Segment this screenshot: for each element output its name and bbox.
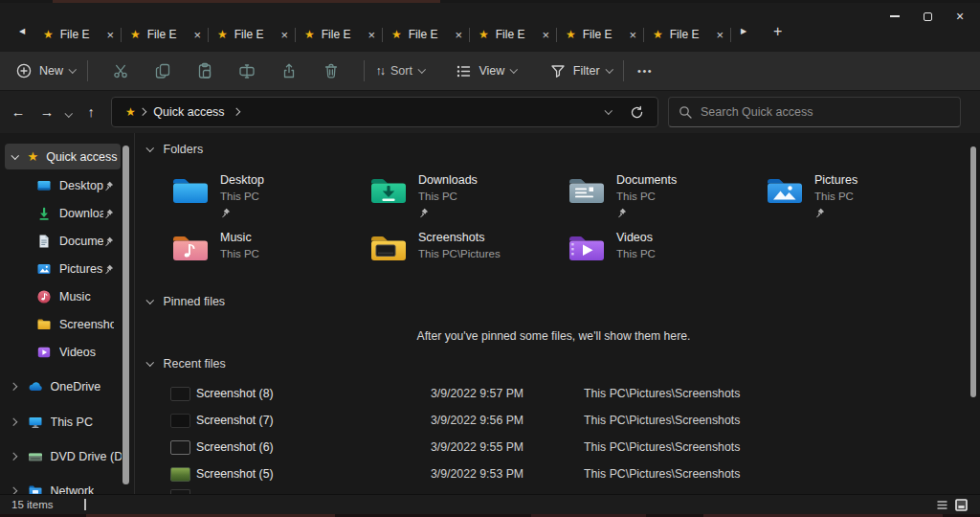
paste-button[interactable] [184, 62, 226, 79]
sidebar-item-videos[interactable]: Videos [0, 339, 122, 366]
recent-file-date: 3/9/2022 9:55 PM [431, 440, 523, 454]
sidebar-item-music[interactable]: Music [0, 283, 122, 310]
search-box[interactable] [668, 97, 961, 127]
delete-button[interactable] [310, 62, 352, 79]
explorer-tab-8[interactable]: ★File E× [644, 20, 730, 49]
tab-title: File E [583, 28, 626, 41]
tab-scroll-left-button[interactable]: ◀ [15, 27, 29, 35]
explorer-tab-6[interactable]: ★File E× [470, 20, 556, 49]
sidebar-scrollbar[interactable] [122, 146, 129, 484]
recent-file-row-screenshot-7[interactable]: Screenshot (7) 3/9/2022 9:56 PM This PC\… [135, 409, 969, 434]
pin-icon [103, 209, 114, 219]
recent-file-path: This PC\Pictures\Screenshots [584, 440, 740, 454]
thumbnails-view-button[interactable] [955, 499, 968, 511]
folder-tile-music[interactable]: Music This PC [170, 231, 362, 263]
explorer-tab-1[interactable]: ★File E× [34, 20, 121, 49]
folder-tile-screenshots[interactable]: Screenshots This PC\Pictures [368, 231, 560, 263]
details-view-button[interactable] [936, 499, 948, 511]
see-more-button[interactable]: ••• [637, 65, 653, 77]
back-button[interactable]: ← [4, 104, 33, 120]
up-button[interactable]: ↑ [77, 104, 105, 120]
tab-close-icon[interactable]: × [716, 28, 724, 42]
status-bar-divider [84, 499, 86, 510]
view-button[interactable]: View [455, 62, 516, 79]
file-thumbnail [170, 440, 190, 455]
chevron-right-icon[interactable] [232, 108, 239, 116]
recent-file-row-screenshot-5[interactable]: Screenshot (5) 3/9/2022 9:53 PM This PC\… [135, 462, 969, 487]
sidebar-item-dvd-drive[interactable]: DVD Drive (D:) Cl [0, 443, 122, 470]
forward-button[interactable]: → [33, 104, 61, 120]
chevron-down-icon [418, 66, 426, 74]
folder-tile-desktop[interactable]: Desktop This PC [170, 173, 362, 222]
explorer-tab-4[interactable]: ★File E× [296, 20, 382, 49]
recent-file-name: Screenshot (8) [196, 387, 274, 400]
rename-button[interactable] [226, 62, 268, 79]
minimize-button[interactable] [879, 6, 911, 27]
share-button[interactable] [268, 62, 310, 79]
recent-file-row-screenshot-8[interactable]: Screenshot (8) 3/9/2022 9:57 PM This PC\… [135, 382, 969, 407]
section-header-pinned-files[interactable]: Pinned files [147, 295, 225, 308]
sidebar-item-label: Screenshots [59, 318, 114, 331]
tab-close-icon[interactable]: × [368, 28, 375, 42]
recent-file-name: Screenshot (7) [196, 414, 274, 427]
content-scrollbar[interactable] [970, 146, 976, 397]
tab-close-icon[interactable]: × [280, 28, 288, 42]
sidebar-item-desktop[interactable]: Desktop [0, 172, 122, 199]
recent-file-path: This PC\Pictures\Screenshots [584, 387, 740, 400]
sidebar-item-quick-access[interactable]: ★ Quick access [5, 144, 121, 169]
tab-scroll-right-button[interactable]: ▶ [737, 27, 750, 35]
sidebar-item-this-pc[interactable]: This PC [0, 409, 122, 436]
maximize-button[interactable] [911, 6, 944, 27]
view-list-icon [455, 62, 472, 79]
chevron-right-icon[interactable] [10, 383, 17, 391]
tab-close-icon[interactable]: × [455, 28, 462, 42]
section-header-recent-files[interactable]: Recent files [147, 357, 226, 371]
folder-tile-videos[interactable]: Videos This PC [567, 231, 758, 263]
folder-tile-documents[interactable]: Documents This PC [567, 173, 758, 222]
address-dropdown-icon[interactable] [604, 107, 612, 115]
explorer-tab-3[interactable]: ★File E× [209, 20, 295, 49]
recent-file-row-screenshot-6[interactable]: Screenshot (6) 3/9/2022 9:55 PM This PC\… [135, 436, 969, 461]
sidebar-item-screenshots[interactable]: Screenshots [0, 311, 122, 338]
sidebar-item-onedrive[interactable]: OneDrive [0, 373, 122, 400]
explorer-tab-2[interactable]: ★File E× [122, 20, 208, 49]
address-bar[interactable]: ★ Quick access [111, 97, 658, 127]
folder-tile-pictures[interactable]: Pictures This PC [765, 173, 956, 222]
chevron-right-icon[interactable] [139, 108, 146, 116]
tab-close-icon[interactable]: × [193, 28, 201, 42]
folder-location: This PC [418, 190, 478, 204]
recent-locations-button[interactable] [61, 103, 77, 121]
sort-button[interactable]: ↑↓ Sort [376, 64, 425, 78]
chevron-down-icon [605, 66, 612, 74]
new-button[interactable]: New [15, 62, 76, 79]
navigation-pane: ★ Quick access Desktop Downloads Documen… [0, 133, 134, 494]
new-tab-button[interactable]: + [773, 23, 782, 40]
cut-button[interactable] [100, 62, 142, 79]
sidebar-item-documents[interactable]: Documents [0, 228, 122, 255]
folder-name: Downloads [418, 173, 478, 188]
tab-close-icon[interactable]: × [106, 28, 114, 42]
search-input[interactable] [701, 105, 950, 119]
chevron-right-icon[interactable] [10, 453, 17, 461]
explorer-tab-5[interactable]: ★File E× [383, 20, 469, 49]
close-window-button[interactable]: × [944, 6, 976, 27]
pictures-folder-icon [765, 175, 805, 206]
chevron-right-icon[interactable] [10, 418, 17, 426]
view-button-label: View [479, 64, 504, 78]
section-label: Pinned files [164, 295, 226, 308]
copy-button[interactable] [142, 62, 184, 79]
view-toggle-group [936, 499, 968, 511]
tab-close-icon[interactable]: × [542, 28, 549, 42]
tab-close-icon[interactable]: × [629, 28, 636, 42]
recent-file-date: 3/9/2022 9:53 PM [431, 467, 523, 481]
explorer-tab-7[interactable]: ★File E× [557, 20, 643, 49]
filter-button[interactable]: Filter [549, 62, 612, 79]
recent-file-name: Screenshot (6) [196, 440, 274, 454]
folder-tile-downloads[interactable]: Downloads This PC [368, 173, 560, 222]
refresh-icon[interactable] [630, 105, 644, 120]
breadcrumb-location[interactable]: Quick access [153, 105, 224, 119]
sidebar-item-pictures[interactable]: Pictures [0, 256, 122, 282]
section-header-folders[interactable]: Folders [147, 143, 203, 156]
sidebar-item-downloads[interactable]: Downloads [0, 200, 122, 227]
tab-star-icon: ★ [391, 28, 402, 41]
